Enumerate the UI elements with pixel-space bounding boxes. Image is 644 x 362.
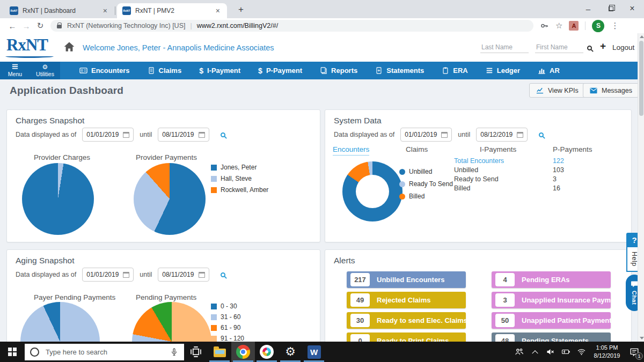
search-icon[interactable] [221, 272, 225, 277]
alert-rejected-claims[interactable]: 49 Rejected Claims [347, 292, 466, 308]
reload-button[interactable]: ↻ [33, 21, 47, 31]
notification-badge: 1 [635, 352, 643, 360]
from-date-input[interactable]: 01/01/2019 [400, 128, 452, 142]
forward-button[interactable]: → [19, 21, 33, 31]
back-button[interactable]: ← [5, 21, 19, 31]
window-restore-button[interactable] [600, 0, 621, 17]
address-bar[interactable]: RxNT (Networking Technology Inc) [US] | … [50, 20, 533, 32]
calendar-icon[interactable] [123, 132, 129, 138]
calendar-icon[interactable] [123, 272, 129, 278]
alert-unapplied-insurance-payments[interactable]: 3 Unapplied Insurance Payments [492, 292, 611, 308]
scroll-down-arrow-icon[interactable] [640, 337, 644, 339]
page-viewport: RxNT Welcome Jones, Peter - Annapolis Me… [0, 33, 644, 342]
messages-label: Messages [602, 87, 632, 94]
add-patient-icon[interactable]: + [600, 40, 606, 52]
word-button[interactable]: W [302, 342, 326, 362]
people-icon[interactable] [511, 342, 527, 362]
dollar-icon: $ [258, 67, 262, 75]
panel-title: System Data [334, 116, 382, 125]
alert-pending-eras[interactable]: 4 Pending ERAs [492, 271, 611, 288]
nav-item-statements[interactable]: Statements [375, 67, 424, 75]
nav-item-claims[interactable]: Claims [148, 67, 182, 75]
browser-tab-dashboard[interactable]: RxNT RxNT | Dashboard × [4, 3, 114, 18]
stat-value-total[interactable]: 122 [553, 157, 564, 165]
view-kpis-button[interactable]: View KPIs [529, 83, 585, 98]
aging-legend: 0 - 30 31 - 60 61 - 90 91 - 120 121 - 15… [211, 302, 248, 342]
start-button[interactable] [0, 342, 25, 362]
password-key-icon[interactable] [540, 21, 549, 30]
tab-claims[interactable]: Claims [406, 145, 428, 153]
browser-tab-pmv2[interactable]: RxNT RxNT | PMV2 × [117, 3, 227, 18]
tab-i-payments[interactable]: I-Payments [480, 145, 516, 153]
rxnt-logo[interactable]: RxNT [6, 35, 48, 55]
nav-item-i-payment[interactable]: $ I-Payment [199, 67, 240, 75]
tab-encounters[interactable]: Encounters [333, 145, 369, 156]
scroll-up-arrow-icon[interactable] [640, 35, 644, 38]
nav-item-encounters[interactable]: Encounters [79, 67, 130, 75]
volume-muted-icon[interactable] [543, 342, 558, 362]
calendar-icon[interactable] [199, 132, 205, 138]
chrome-button[interactable] [231, 342, 255, 362]
calendar-icon[interactable] [441, 132, 448, 138]
alert-ready-to-print-claims[interactable]: 0 Ready to Print Claims [347, 333, 466, 342]
to-date-input[interactable]: 08/11/2019 [158, 128, 209, 142]
tab-close-icon[interactable]: × [214, 6, 222, 15]
nav-item-reports[interactable]: Reports [320, 67, 357, 75]
alert-pending-statements[interactable]: 48 Pending Statements [492, 333, 611, 342]
taskbar-search-box[interactable]: Type here to search [25, 344, 184, 360]
to-date-input[interactable]: 08/12/2019 [476, 128, 528, 142]
adobe-extension-icon[interactable]: A [569, 21, 579, 31]
tab-close-icon[interactable]: × [101, 6, 109, 15]
task-view-button[interactable] [184, 342, 208, 362]
alert-unbilled-encounters[interactable]: 217 Unbilled Encounters [347, 271, 466, 288]
stat-label-total[interactable]: Total Encounters [454, 157, 504, 165]
from-date-input[interactable]: 01/01/2019 [82, 268, 134, 282]
scrollbar-thumb[interactable] [639, 41, 643, 116]
file-explorer-button[interactable] [208, 342, 231, 362]
alert-unapplied-patient-payments[interactable]: 50 Unapplied Patient Payments [492, 312, 611, 329]
utilities-button[interactable]: ⚙ Utilities [30, 62, 60, 79]
home-icon[interactable] [63, 41, 75, 54]
page-scrollbar[interactable] [638, 33, 644, 342]
alert-label: Ready to Print Claims [377, 337, 449, 342]
user-practice-text[interactable]: Jones, Peter - Annapolis Medicine Associ… [117, 43, 274, 52]
taskbar-clock[interactable]: 1:05 PM 8/12/2019 [589, 344, 625, 360]
new-tab-button[interactable]: + [235, 4, 247, 15]
to-date-input[interactable]: 08/11/2019 [158, 268, 209, 282]
toolbar-divider [585, 21, 586, 30]
window-close-button[interactable]: × [621, 0, 643, 17]
slack-button[interactable] [255, 342, 279, 362]
show-hidden-icons-chevron[interactable] [527, 342, 543, 362]
nav-item-p-payment[interactable]: $ P-Payment [258, 67, 302, 75]
action-center-button[interactable]: 1 [625, 342, 644, 362]
bookmark-star-icon[interactable]: ☆ [555, 21, 562, 31]
logout-link[interactable]: Logout [612, 43, 634, 51]
menu-button[interactable]: Menu [0, 62, 30, 79]
first-name-input[interactable] [535, 42, 583, 53]
settings-button[interactable]: ⚙ [279, 342, 302, 362]
panel-title: Aging Snapshot [16, 256, 74, 265]
search-icon[interactable] [539, 132, 544, 137]
wifi-icon[interactable] [574, 342, 589, 362]
tab-p-payments[interactable]: P-Payments [553, 145, 592, 153]
calendar-icon[interactable] [199, 272, 205, 278]
nav-item-era[interactable]: ERA [442, 67, 467, 75]
microphone-icon[interactable] [170, 348, 178, 357]
patient-search-icon[interactable] [587, 43, 592, 53]
encounters-legend: Unbilled Ready To Send Billed [399, 168, 453, 200]
from-date-input[interactable]: 01/01/2019 [82, 128, 134, 142]
window-minimize-button[interactable]: – [577, 0, 599, 17]
nav-item-ar[interactable]: AR [538, 67, 560, 75]
last-name-input[interactable] [480, 42, 529, 53]
alert-ready-to-send-claims[interactable]: 30 Ready to send Elec. Claims [347, 312, 466, 329]
battery-icon[interactable] [558, 342, 574, 362]
search-icon[interactable] [221, 132, 225, 137]
messages-button[interactable]: Messages [583, 83, 639, 98]
browser-profile-avatar[interactable]: S [592, 20, 604, 32]
legend-label: 61 - 90 [221, 324, 240, 331]
app-header: RxNT Welcome Jones, Peter - Annapolis Me… [0, 33, 644, 62]
nav-item-ledger[interactable]: Ledger [486, 67, 520, 75]
calendar-icon[interactable] [517, 132, 523, 138]
encounters-donut-chart [342, 161, 402, 221]
browser-menu-icon[interactable]: ⋮ [611, 21, 619, 31]
